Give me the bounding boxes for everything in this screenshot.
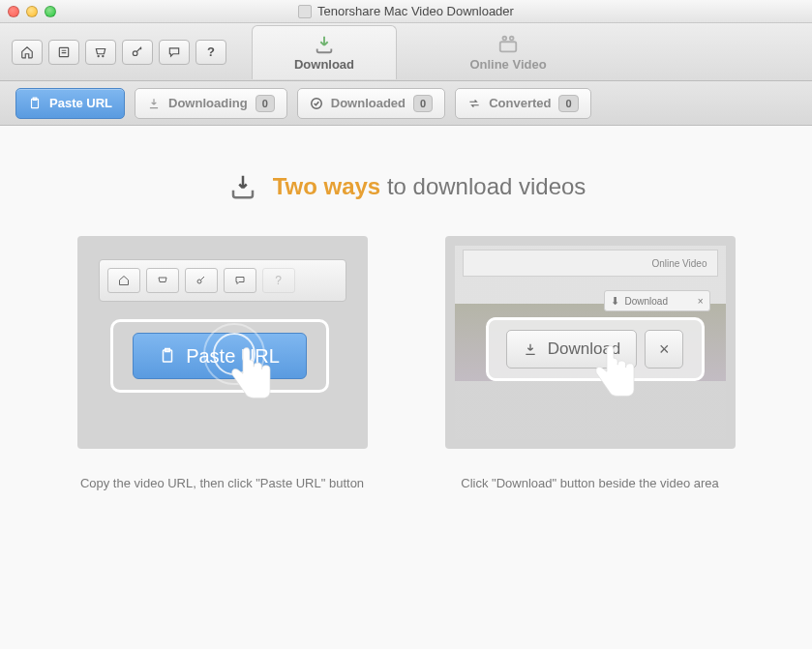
paste-url-button[interactable]: Paste URL <box>15 88 125 119</box>
feedback-button[interactable] <box>159 40 190 65</box>
ripple-icon <box>203 323 265 385</box>
illus-home-icon <box>107 268 140 293</box>
library-button[interactable] <box>48 40 79 65</box>
downloaded-count: 0 <box>413 95 433 112</box>
tab-download-label: Download <box>294 57 354 72</box>
main-tabs: Download Online Video <box>252 25 581 79</box>
downloading-label: Downloading <box>168 96 248 110</box>
traffic-lights <box>8 6 56 17</box>
illus-header: Online Video <box>463 250 718 277</box>
downloading-button[interactable]: Downloading 0 <box>135 88 287 119</box>
window-title-wrap: Tenorshare Mac Video Downloader <box>0 4 812 18</box>
card-click-download-caption: Click "Download" button beside the video… <box>461 476 719 490</box>
card-paste-url: ? Paste URL Copy the video URL, then cli… <box>77 236 368 490</box>
subbar: Paste URL Downloading 0 Downloaded 0 Con… <box>0 81 812 126</box>
key-button[interactable] <box>122 40 153 65</box>
illus-close-button: × <box>645 330 683 369</box>
card-click-download: Online Video ⬇ Download × Download × <box>445 236 736 490</box>
zoom-window-button[interactable] <box>45 6 56 17</box>
illus-online-video-label: Online Video <box>651 258 707 269</box>
minimize-window-button[interactable] <box>26 6 38 17</box>
key-icon <box>131 45 144 59</box>
titlebar: Tenorshare Mac Video Downloader <box>0 0 812 23</box>
tab-download[interactable]: Download <box>252 25 397 79</box>
downloaded-button[interactable]: Downloaded 0 <box>297 88 445 119</box>
illus-speech-icon <box>224 268 256 293</box>
headline-rest: to download videos <box>387 173 586 199</box>
svg-rect-2 <box>500 42 517 51</box>
speech-icon <box>167 45 181 59</box>
download-arrow-icon <box>523 341 538 357</box>
illus-key-icon <box>185 268 218 293</box>
converted-label: Converted <box>489 96 551 110</box>
toolbar: ? Download Online Video <box>0 23 812 81</box>
headline-accent: Two ways <box>273 173 381 199</box>
illus-download-button: Download <box>506 330 638 369</box>
download-icon <box>313 34 336 55</box>
tab-online-video[interactable]: Online Video <box>436 25 581 79</box>
card-paste-url-caption: Copy the video URL, then click "Paste UR… <box>80 476 364 490</box>
illus-callout: Download × <box>486 317 705 381</box>
check-icon <box>310 97 323 110</box>
close-icon: × <box>659 339 670 360</box>
illus-download-label: Download <box>548 339 621 359</box>
paste-icon <box>159 347 176 365</box>
paste-icon <box>28 97 42 110</box>
paste-url-label: Paste URL <box>49 96 112 110</box>
downloading-count: 0 <box>256 95 275 112</box>
store-button[interactable] <box>85 40 116 65</box>
illus-mini-download: ⬇ Download × <box>604 290 710 311</box>
close-window-button[interactable] <box>8 6 19 17</box>
svg-point-1 <box>133 50 137 55</box>
svg-point-3 <box>503 36 507 40</box>
cart-icon <box>94 45 107 59</box>
illus-mini-download-label: Download <box>625 296 668 307</box>
window-title: Tenorshare Mac Video Downloader <box>317 4 514 18</box>
app-icon <box>298 5 312 18</box>
downloaded-label: Downloaded <box>331 96 406 110</box>
tray-download-icon <box>226 172 259 201</box>
tab-online-video-label: Online Video <box>469 57 546 72</box>
content: Two ways to download videos <box>0 126 812 649</box>
headline: Two ways to download videos <box>39 172 773 201</box>
illus-cart-icon <box>146 268 179 293</box>
help-icon: ? <box>207 44 215 59</box>
convert-icon <box>467 97 481 110</box>
converted-count: 0 <box>558 95 578 112</box>
home-icon <box>20 45 34 59</box>
svg-point-4 <box>510 36 514 40</box>
illus-help-icon: ? <box>262 268 295 293</box>
downloading-icon <box>147 97 161 110</box>
help-button[interactable]: ? <box>195 40 226 65</box>
converted-button[interactable]: Converted 0 <box>455 88 590 119</box>
home-button[interactable] <box>12 40 43 65</box>
video-icon <box>496 34 521 55</box>
card-click-download-image: Online Video ⬇ Download × Download × <box>445 236 736 449</box>
svg-point-7 <box>197 280 201 283</box>
illus-toolbar: ? <box>99 259 346 302</box>
list-icon <box>57 45 71 59</box>
card-paste-url-image: ? Paste URL <box>77 236 368 449</box>
cards: ? Paste URL Copy the video URL, then cli… <box>39 236 773 490</box>
